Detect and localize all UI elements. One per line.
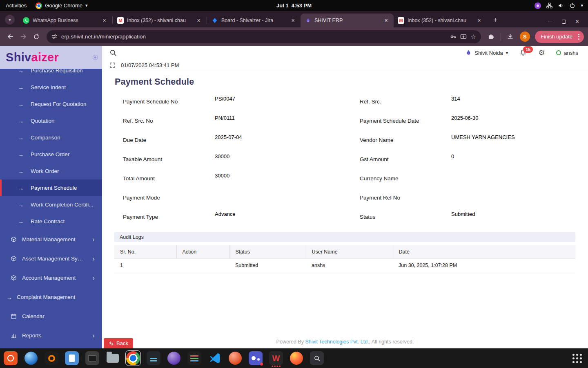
gmail-icon: M [117,17,124,24]
reload-button[interactable] [30,31,42,43]
sidebar-item-service-indent[interactable]: → Service Indent [0,79,102,96]
sidebar-item-work-order[interactable]: → Work Order [0,163,102,180]
orange-sphere-app-icon[interactable] [227,350,243,366]
forward-nav-button[interactable] [17,31,29,43]
cast-screen-icon[interactable] [460,34,467,40]
sidebar-item-payment-schedule[interactable]: → Payment Schedule [0,180,102,196]
close-icon[interactable]: × [383,17,390,24]
browser-tab-strip: ▾ WhatsApp Business × M Inbox (352) - sh… [0,11,588,27]
tab-search-button[interactable]: ▾ [5,15,15,25]
arrow-right-icon: → [18,101,24,108]
firefox-icon[interactable] [289,350,304,366]
volume-icon[interactable] [558,2,564,9]
finish-update-button[interactable]: Finish update [535,31,584,43]
new-tab-button[interactable]: + [490,15,501,25]
password-key-icon[interactable] [450,34,457,40]
notification-dot [260,363,263,366]
field-label: Payment Ref No [360,195,451,201]
table-row: 1 Submitted anshs Jun 30, 2025, 1:07:28 … [114,259,575,272]
color-lines-app-icon[interactable] [187,350,202,366]
field-row: Payment Schedule No PS/0047 Ref. Src. 31… [123,92,576,111]
tab-title: SHIVIT ERP [314,18,379,23]
downloads-icon[interactable] [504,31,517,43]
close-icon[interactable]: × [476,17,483,24]
close-icon[interactable]: × [195,17,202,24]
sidebar-item-reports[interactable]: Reports › [0,326,102,345]
tab-title: Inbox (352) - shivani.chau [127,18,192,23]
field-label: Gst Amount [360,156,451,162]
close-window-button[interactable]: × [575,20,579,24]
sidebar-item-account-management[interactable]: Account Management › [0,268,102,287]
purple-sphere-app-icon[interactable] [166,350,182,366]
user-menu[interactable]: anshs [556,50,578,56]
bookmark-star-icon[interactable]: ☆ [470,34,476,40]
console-app-icon[interactable] [146,350,161,366]
tab-gmail-1[interactable]: M Inbox (352) - shivani.chau × [113,13,206,27]
sidebar-toggle-icon[interactable] [93,55,98,60]
extensions-puzzle-icon[interactable] [485,31,497,43]
screenshot-tool-icon[interactable] [309,350,325,366]
tab-title: WhatsApp Business [33,18,98,23]
close-icon[interactable]: × [101,17,108,24]
wps-office-icon[interactable]: W [268,350,284,366]
arrow-right-icon: → [18,84,24,91]
vscode-icon[interactable] [207,350,223,366]
profile-avatar[interactable]: S [520,31,530,42]
browser-menu-icon[interactable] [577,34,581,40]
close-icon[interactable]: × [290,17,296,24]
text-editor-app-icon[interactable] [64,350,80,366]
notifications-button[interactable]: 15 [519,49,527,56]
system-clock[interactable]: Jul 1 4:53 PM [276,2,312,9]
fullscreen-icon[interactable] [109,62,116,68]
sidebar-item-request-for-quotation[interactable]: → Request For Quotation [0,96,102,112]
terminal-app-icon[interactable] [85,350,100,366]
sidebar-item-material-management[interactable]: Material Management › [0,230,102,249]
sidebar-item-complaint-management[interactable]: → Complaint Management [0,287,102,307]
tab-separator [207,17,207,24]
search-icon[interactable] [109,49,117,56]
sidebar-item-work-completion-certificate[interactable]: → Work Completion Certifi... [0,196,102,213]
sidebar-item-quotation[interactable]: → Quotation [0,112,102,129]
chrome-dock-icon[interactable] [125,350,141,366]
tab-whatsapp[interactable]: WhatsApp Business × [19,13,112,27]
audit-logs-header: Audit Logs [114,232,575,242]
field-label: Taxable Amount [123,156,215,162]
gear-icon[interactable]: ⚙ [538,49,545,56]
ubuntu-icon[interactable] [3,350,18,366]
power-icon[interactable] [569,2,575,9]
minimize-button[interactable] [548,22,552,22]
sidebar-item-comparison[interactable]: → Comparison [0,129,102,146]
back-button[interactable]: Back [104,338,133,348]
org-selector[interactable]: Shivit Noida ▾ [466,49,508,56]
tab-separator [112,17,113,24]
field-label: Total Amount [123,175,215,182]
tab-gmail-2[interactable]: M Inbox (352) - shivani.chau × [394,13,487,27]
blue-sphere-app-icon[interactable] [23,350,39,366]
company-link[interactable]: Shivit Technologies Pvt. Ltd. [305,339,369,345]
chevron-right-icon: › [92,255,95,263]
tab-shivit-erp[interactable]: SHIVIT ERP × [301,13,394,27]
field-value: 2025-07-04 [215,134,360,140]
clocks-app-icon[interactable] [44,350,59,366]
sidebar-item-calendar[interactable]: Calendar [0,307,102,326]
sidebar-item-asset-management[interactable]: Asset Management Sys... › [0,249,102,268]
address-bar[interactable]: erp.shivit.net.in/minierp/application ☆ [47,30,481,43]
tree-status-icon[interactable] [546,2,552,9]
activities-button[interactable]: Activities [6,2,27,9]
tab-jira[interactable]: Board - Shivaizer - Jira × [207,13,301,27]
field-label: Payment Schedule Date [360,118,451,124]
field-row: Due Date 2025-07-04 Vendor Name UMESH YA… [123,130,576,150]
sidebar-item-purchase-order[interactable]: → Purchase Order [0,146,102,163]
focused-app-menu[interactable]: Google Chrome ▾ [36,2,87,9]
chevron-down-icon[interactable]: ▾ [581,3,583,8]
tray-indicator-icon[interactable] [535,2,541,9]
sidebar-item-rate-contract[interactable]: → Rate Contract [0,213,102,230]
back-nav-button[interactable] [4,31,16,43]
files-app-icon[interactable] [105,350,120,366]
arrow-right-icon: → [18,135,24,141]
field-value: 30000 [215,173,360,179]
site-settings-icon[interactable] [51,34,58,40]
teams-icon[interactable] [248,350,263,366]
show-apps-grid-icon[interactable] [572,354,582,363]
restore-button[interactable] [562,20,566,24]
